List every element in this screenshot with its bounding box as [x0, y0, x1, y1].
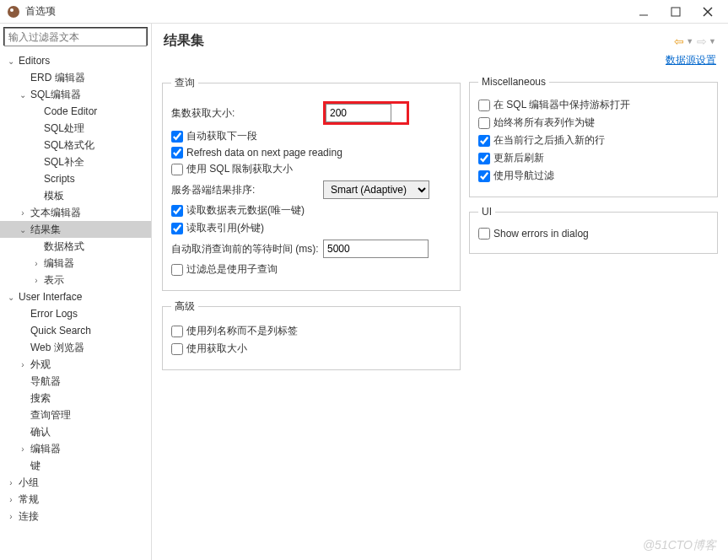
app-icon — [7, 5, 20, 19]
use-sql-limit-label: 使用 SQL 限制获取大小 — [186, 162, 293, 176]
tree-item[interactable]: 查询管理 — [0, 407, 151, 423]
chevron-right-icon[interactable]: › — [5, 495, 17, 504]
show-errors-dialog-checkbox[interactable] — [478, 228, 490, 240]
keep-cursor-checkbox[interactable] — [478, 100, 490, 111]
chevron-right-icon[interactable]: › — [30, 259, 42, 268]
chevron-right-icon[interactable]: › — [5, 512, 17, 521]
server-sort-select[interactable]: Smart (Adaptive) — [323, 180, 429, 199]
all-cols-keys-checkbox[interactable] — [478, 117, 490, 129]
tree-item[interactable]: 导航器 — [0, 373, 151, 390]
auto-fetch-next-label: 自动获取下一段 — [186, 129, 257, 143]
tree-item[interactable]: ⌄结果集 — [0, 221, 151, 238]
cancel-wait-input[interactable] — [323, 240, 429, 258]
content-panel: 结果集 ⇦ ▼ ⇨ ▼ 数据源设置 查询 集数获取大小: — [152, 24, 728, 560]
tree-item[interactable]: ›常规 — [0, 491, 151, 508]
page-title: 结果集 — [164, 32, 674, 50]
read-ref-checkbox[interactable] — [171, 223, 183, 234]
tree-item-label: 表示 — [42, 273, 64, 288]
chevron-right-icon[interactable]: › — [17, 208, 29, 218]
tree-item-label: 小组 — [17, 476, 39, 490]
tree-item[interactable]: SQL处理 — [0, 120, 151, 137]
tree-item-label: SQL格式化 — [42, 138, 94, 153]
filter-input[interactable] — [4, 28, 147, 46]
minimize-button[interactable] — [635, 3, 652, 20]
filter-subquery-checkbox[interactable] — [171, 264, 183, 276]
filter-subquery-label: 过滤总是使用子查询 — [186, 262, 278, 277]
tree-item[interactable]: ›编辑器 — [0, 440, 151, 457]
tree-item[interactable]: 确认 — [0, 423, 151, 440]
use-nav-filter-checkbox[interactable] — [478, 170, 490, 182]
query-group: 查询 集数获取大小: 自动获取下一段 Refresh data on next … — [162, 76, 461, 291]
tree-item[interactable]: ›编辑器 — [0, 255, 151, 272]
tree-item[interactable]: 模板 — [0, 187, 151, 204]
ui-group: UI Show errors in dialog — [469, 206, 718, 254]
ui-legend: UI — [478, 206, 495, 218]
tree-item[interactable]: Quick Search — [0, 322, 151, 339]
tree-item-label: 连接 — [17, 509, 39, 524]
chevron-right-icon[interactable]: › — [5, 478, 17, 487]
advanced-group: 高级 使用列名称而不是列标签 使用获取大小 — [162, 299, 461, 370]
tree-item-label: ERD 编辑器 — [29, 71, 85, 85]
tree-item[interactable]: ⌄Editors — [0, 52, 151, 69]
tree-item[interactable]: ›外观 — [0, 356, 151, 373]
nav-forward-dropdown[interactable]: ▼ — [709, 37, 716, 46]
tree-item-label: 外观 — [29, 358, 51, 372]
server-sort-label: 服务器端结果排序: — [171, 183, 323, 197]
nav-back-dropdown[interactable]: ▼ — [686, 37, 693, 46]
chevron-down-icon[interactable]: ⌄ — [17, 90, 29, 100]
fetch-size-input[interactable] — [326, 104, 391, 122]
chevron-down-icon[interactable]: ⌄ — [5, 293, 17, 302]
tree-item[interactable]: Web 浏览器 — [0, 339, 151, 356]
chevron-down-icon[interactable]: ⌄ — [17, 225, 29, 234]
tree-item-label: SQL处理 — [42, 121, 84, 136]
tree-item[interactable]: SQL补全 — [0, 153, 151, 170]
svg-rect-3 — [671, 8, 680, 16]
tree-item-label: 数据格式 — [42, 240, 84, 254]
tree-item[interactable]: ⌄SQL编辑器 — [0, 86, 151, 103]
tree-item-label: 编辑器 — [42, 256, 74, 271]
tree-item[interactable]: Scripts — [0, 170, 151, 187]
tree-item[interactable]: ›文本编辑器 — [0, 204, 151, 221]
use-fetch-size-checkbox[interactable] — [171, 343, 183, 355]
fetch-size-highlight — [323, 101, 409, 125]
tree-item-label: 模板 — [42, 189, 64, 203]
chevron-down-icon[interactable]: ⌄ — [5, 57, 17, 66]
use-col-name-checkbox[interactable] — [171, 326, 183, 337]
maximize-button[interactable] — [667, 3, 684, 20]
nav-back-icon[interactable]: ⇦ — [674, 35, 684, 48]
tree-item[interactable]: ›连接 — [0, 508, 151, 525]
auto-fetch-next-checkbox[interactable] — [171, 131, 183, 143]
chevron-right-icon[interactable]: › — [17, 360, 29, 369]
datasource-settings-link[interactable]: 数据源设置 — [666, 54, 716, 66]
tree-item[interactable]: SQL格式化 — [0, 137, 151, 153]
tree-item[interactable]: ›小组 — [0, 474, 151, 491]
tree-item[interactable]: ERD 编辑器 — [0, 69, 151, 86]
chevron-right-icon[interactable]: › — [30, 276, 42, 285]
tree-item-label: 搜索 — [29, 391, 51, 406]
fetch-size-label: 集数获取大小: — [171, 106, 323, 121]
tree-item-label: Quick Search — [29, 325, 91, 337]
tree-item[interactable]: 键 — [0, 457, 151, 474]
refresh-next-page-checkbox[interactable] — [171, 147, 183, 159]
close-button[interactable] — [699, 3, 716, 20]
tree-item[interactable]: ⌄User Interface — [0, 288, 151, 305]
refresh-after-update-checkbox[interactable] — [478, 153, 490, 164]
window-title: 首选项 — [25, 4, 635, 19]
use-nav-filter-label: 使用导航过滤 — [493, 169, 554, 183]
advanced-legend: 高级 — [171, 299, 198, 314]
nav-forward-icon[interactable]: ⇨ — [697, 35, 707, 48]
use-sql-limit-checkbox[interactable] — [171, 164, 183, 175]
tree-item[interactable]: Error Logs — [0, 305, 151, 322]
tree-item[interactable]: ›表示 — [0, 272, 151, 288]
tree-item-label: User Interface — [17, 291, 82, 303]
misc-legend: Miscellaneous — [478, 76, 549, 88]
svg-point-0 — [8, 6, 19, 18]
tree-item[interactable]: 搜索 — [0, 390, 151, 407]
tree-item-label: 键 — [29, 459, 40, 473]
tree-item[interactable]: 数据格式 — [0, 238, 151, 255]
insert-after-row-checkbox[interactable] — [478, 135, 490, 147]
chevron-right-icon[interactable]: › — [17, 444, 29, 454]
read-meta-checkbox[interactable] — [171, 205, 183, 217]
tree-item-label: SQL编辑器 — [29, 88, 81, 102]
tree-item[interactable]: Code Editor — [0, 103, 151, 120]
